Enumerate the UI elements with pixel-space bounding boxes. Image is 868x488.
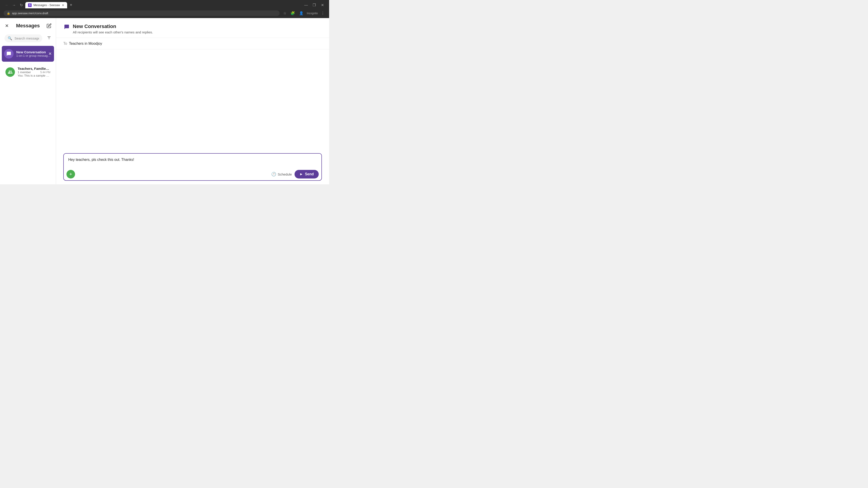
send-button[interactable]: ► Send	[294, 170, 319, 178]
teachers-conv-title: Teachers, Families in Moodjoy	[18, 67, 51, 70]
browser-forward-button[interactable]: →	[11, 2, 17, 8]
to-label: To	[63, 41, 67, 46]
main-header-text: New Conversation All recipients will see…	[73, 24, 153, 34]
new-conv-subtitle: 1-on-1 or group message with shared repl…	[16, 54, 52, 57]
clock-icon: 🕐	[271, 172, 276, 177]
to-row: To Teachers in Moodjoy	[56, 38, 329, 50]
schedule-label: Schedule	[278, 172, 292, 176]
browser-chrome: ← → ↻ S Messages - Seesaw ✕ + — ❐ ✕ 🔒 ap…	[0, 0, 329, 18]
compose-right-actions: 🕐 Schedule ► Send	[271, 170, 319, 178]
send-icon: ►	[300, 172, 303, 176]
sidebar-header: ✕ Messages	[0, 18, 56, 32]
compose-area: + 🕐 Schedule ► Send	[63, 153, 322, 181]
new-tab-button[interactable]: +	[68, 2, 74, 8]
conversation-icon	[63, 24, 70, 30]
teachers-conv-member-count: 1 member	[18, 70, 31, 74]
extensions-button[interactable]: 🧩	[289, 10, 296, 16]
compose-toolbar: + 🕐 Schedule ► Send	[64, 168, 321, 180]
message-area	[56, 50, 329, 150]
lock-icon: 🔒	[7, 12, 10, 15]
minimize-button[interactable]: —	[303, 2, 309, 8]
new-conversation-item[interactable]: New Conversation 1-on-1 or group message…	[2, 46, 54, 62]
tab-title: Messages - Seesaw	[33, 3, 60, 7]
browser-action-buttons: ☆ 🧩 👤 Incognito ⋮	[282, 10, 326, 16]
main-header: New Conversation All recipients will see…	[56, 18, 329, 38]
bookmark-button[interactable]: ☆	[282, 10, 287, 16]
tab-favicon: S	[28, 3, 32, 7]
main-title: New Conversation	[73, 24, 153, 29]
main-content: New Conversation All recipients will see…	[56, 18, 329, 184]
search-bar[interactable]: 🔍	[4, 34, 42, 42]
main-subtitle: All recipients will see each other's nam…	[73, 30, 153, 34]
teachers-conv-preview: You: This is a sample note.	[18, 74, 51, 77]
send-label: Send	[305, 172, 314, 176]
search-input[interactable]	[14, 36, 39, 40]
sidebar-close-button[interactable]: ✕	[4, 23, 10, 29]
schedule-button[interactable]: 🕐 Schedule	[271, 172, 292, 177]
teachers-conv-info: Teachers, Families in Moodjoy 1 member 5…	[18, 67, 51, 77]
menu-button[interactable]: ⋮	[320, 10, 326, 16]
sidebar: ✕ Messages 🔍	[0, 18, 56, 184]
browser-toolbar: 🔒 app.seesaw.me/c/conv.draft ☆ 🧩 👤 Incog…	[0, 8, 329, 18]
window-controls: — ❐ ✕	[303, 2, 326, 8]
filter-button[interactable]	[45, 34, 53, 43]
browser-back-button[interactable]: ←	[4, 2, 10, 8]
new-conv-info: New Conversation 1-on-1 or group message…	[16, 50, 52, 57]
sidebar-title: Messages	[16, 23, 40, 29]
maximize-button[interactable]: ❐	[311, 2, 317, 8]
search-filter-row: 🔍	[0, 32, 56, 45]
address-bar[interactable]: 🔒 app.seesaw.me/c/conv.draft	[4, 10, 280, 16]
to-value: Teachers in Moodjoy	[69, 41, 102, 46]
tab-close-button[interactable]: ✕	[62, 4, 64, 7]
new-conv-close-button[interactable]: ✕	[49, 51, 52, 56]
group-conv-avatar	[5, 67, 15, 77]
browser-tab[interactable]: S Messages - Seesaw ✕	[25, 2, 67, 8]
teachers-conversation-item[interactable]: Teachers, Families in Moodjoy 1 member 5…	[2, 64, 54, 80]
new-conv-avatar	[4, 49, 13, 59]
app-container: ✕ Messages 🔍	[0, 18, 329, 184]
teachers-conv-time: 5:44 PM	[40, 71, 51, 74]
compose-button[interactable]	[46, 23, 52, 29]
add-attachment-button[interactable]: +	[66, 170, 75, 178]
profile-button[interactable]: 👤	[298, 10, 305, 16]
incognito-badge: Incognito	[307, 12, 318, 15]
search-icon: 🔍	[8, 36, 12, 40]
compose-input[interactable]	[64, 154, 321, 168]
close-button[interactable]: ✕	[319, 2, 326, 8]
browser-refresh-button[interactable]: ↻	[18, 2, 24, 8]
url-display: app.seesaw.me/c/conv.draft	[12, 11, 276, 15]
new-conv-title: New Conversation	[16, 50, 52, 54]
plus-icon: +	[69, 171, 72, 177]
